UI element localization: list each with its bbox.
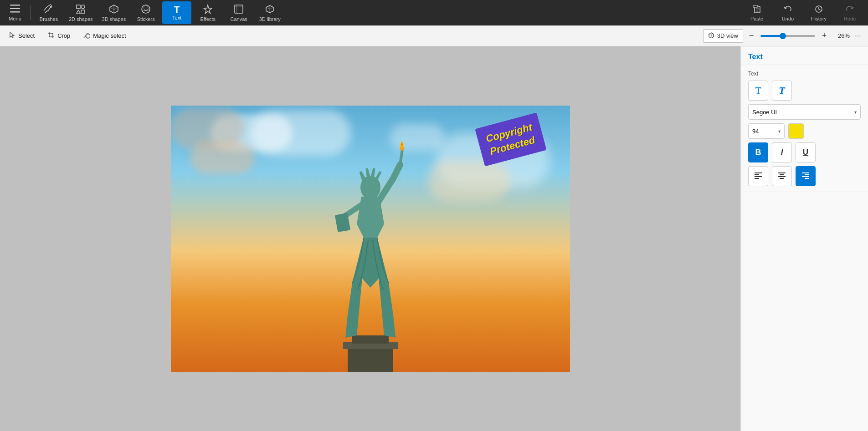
zoom-slider[interactable] (760, 35, 815, 37)
panel-title: Text (748, 53, 763, 61)
italic-button[interactable]: I (772, 142, 792, 162)
magic-select-button[interactable]: Magic select (77, 28, 131, 44)
right-panel: Text Text T T Segoe UI ▾ (740, 46, 868, 431)
stickers-icon (141, 4, 151, 15)
svg-marker-6 (77, 10, 80, 13)
font-size-chevron: ▾ (778, 129, 781, 134)
svg-rect-2 (10, 11, 20, 13)
shapes3d-button[interactable]: 3D shapes (98, 1, 130, 24)
svg-rect-4 (77, 5, 80, 9)
undo-button[interactable]: Undo (773, 1, 802, 24)
magic-select-icon (83, 31, 90, 40)
font-family-select[interactable]: Segoe UI ▾ (748, 104, 861, 120)
panel-header: Text (741, 46, 868, 65)
svg-rect-7 (81, 10, 85, 13)
align-left-button[interactable] (748, 166, 768, 186)
brushes-icon (44, 4, 54, 15)
text-label: Text (172, 15, 181, 20)
font-family-value: Segoe UI (752, 109, 777, 116)
svg-rect-10 (235, 5, 243, 13)
effects-button[interactable]: Effects (193, 1, 222, 24)
bold-button[interactable]: B (748, 142, 768, 162)
library3d-button[interactable]: 3D library (255, 1, 284, 24)
zoom-label: 26% (833, 32, 850, 39)
redo-icon (845, 5, 854, 15)
library3d-label: 3D library (259, 16, 281, 22)
text-style-plain-button[interactable]: T (748, 81, 768, 101)
stickers-label: Stickers (137, 16, 155, 22)
redo-label: Redo (844, 16, 856, 21)
svg-point-3 (50, 6, 52, 8)
font-size-value: 94 (752, 128, 759, 135)
canvas-button[interactable]: Canvas (224, 1, 253, 24)
undo-icon (783, 5, 792, 15)
shapes3d-label: 3D shapes (102, 16, 126, 22)
threed-view-icon (708, 32, 714, 40)
align-right-icon (801, 172, 810, 181)
crop-button[interactable]: Crop (42, 28, 76, 44)
select-button[interactable]: Select (4, 28, 40, 44)
text-style-plain-icon: T (755, 85, 761, 96)
svg-marker-9 (204, 5, 212, 14)
crop-label: Crop (57, 32, 70, 39)
stickers-button[interactable]: Stickers (131, 1, 160, 24)
text-button[interactable]: T Text (162, 1, 191, 24)
align-right-button[interactable] (796, 166, 816, 186)
history-button[interactable]: History (804, 1, 833, 24)
threed-view-button[interactable]: 3D view (703, 29, 743, 43)
svg-point-14 (87, 35, 89, 37)
align-center-icon (778, 172, 786, 181)
text-section-label: Text (748, 71, 861, 77)
statue-svg (293, 124, 448, 372)
paste-button[interactable]: Paste (742, 1, 771, 24)
align-left-icon (754, 172, 762, 181)
align-row (748, 166, 861, 186)
magic-select-label: Magic select (93, 32, 126, 39)
undo-label: Undo (782, 16, 794, 21)
redo-button[interactable]: Redo (835, 1, 864, 24)
text-style-fancy-icon: T (779, 85, 785, 96)
align-center-button[interactable] (772, 166, 792, 186)
main-area: Copyright Protected Text Text T T (0, 46, 868, 431)
svg-rect-15 (348, 347, 393, 372)
format-row: B I U (748, 142, 861, 162)
zoom-in-button[interactable]: + (818, 30, 831, 42)
effects-label: Effects (200, 16, 215, 22)
svg-rect-17 (352, 335, 389, 344)
font-size-select[interactable]: 94 ▾ (748, 123, 785, 139)
zoom-in-icon: + (822, 31, 827, 41)
menu-button[interactable]: Menu (4, 1, 26, 24)
shapes2d-label: 2D shapes (69, 16, 93, 22)
shapes3d-icon (109, 4, 119, 15)
zoom-out-button[interactable]: − (745, 30, 758, 42)
canvas-area[interactable]: Copyright Protected (0, 46, 740, 431)
canvas-image-wrapper: Copyright Protected (171, 106, 570, 372)
svg-point-19 (364, 182, 377, 198)
more-options-button[interactable]: ··· (852, 30, 864, 42)
text-section: Text T T Segoe UI ▾ 94 (741, 65, 868, 192)
library3d-icon (265, 4, 275, 15)
history-icon (814, 5, 823, 15)
canvas-icon (234, 4, 244, 15)
shapes2d-icon (76, 4, 86, 15)
svg-point-5 (81, 5, 85, 9)
svg-rect-0 (10, 5, 20, 6)
brushes-label: Brushes (40, 16, 58, 22)
underline-icon: U (803, 148, 808, 157)
effects-icon (203, 4, 213, 15)
text-style-fancy-button[interactable]: T (772, 81, 792, 101)
threed-view-label: 3D view (717, 32, 738, 39)
paste-icon (752, 5, 761, 15)
crop-icon (47, 31, 55, 40)
paste-label: Paste (750, 16, 763, 21)
svg-rect-12 (753, 5, 758, 7)
brushes-button[interactable]: Brushes (34, 1, 63, 24)
text-color-swatch[interactable] (788, 123, 804, 139)
bold-icon: B (755, 148, 761, 157)
cloud-left-lower (190, 142, 254, 174)
zoom-control: − + 26% (745, 30, 850, 42)
canvas-image: Copyright Protected (171, 106, 570, 372)
shapes2d-button[interactable]: 2D shapes (65, 1, 97, 24)
italic-icon: I (781, 148, 783, 157)
underline-button[interactable]: U (796, 142, 816, 162)
